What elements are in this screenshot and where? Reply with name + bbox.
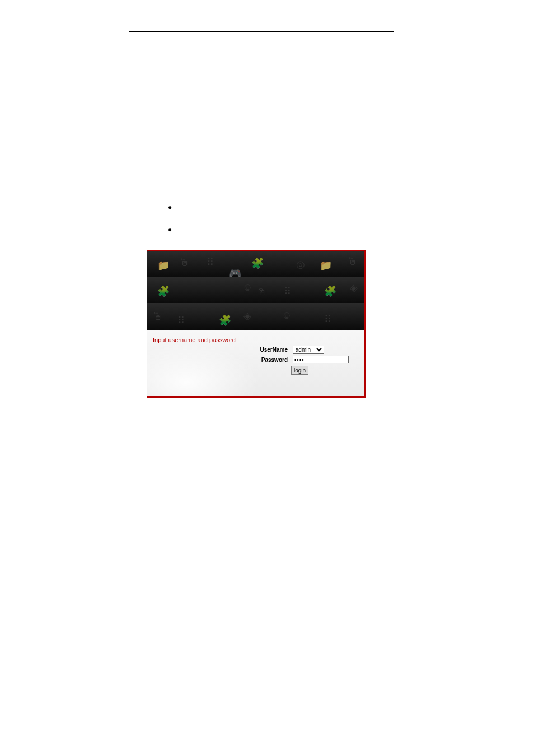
header-dark-area: 📁 🖱 ⠿ 🧩 ◎ 📁 🖱 🎮 🧩 ☺ 🖱 ⠿ 🧩 ◈ EDiMAX NE [147, 251, 364, 330]
login-button[interactable]: login [291, 366, 308, 375]
puzzle-icon: 🧩 [324, 285, 336, 297]
folder-icon: 📁 [320, 259, 332, 272]
dots-icon: ⠿ [284, 285, 291, 297]
page: 📁 🖱 ⠿ 🧩 ◎ 📁 🖱 🎮 🧩 ☺ 🖱 ⠿ 🧩 ◈ EDiMAX NE [0, 0, 534, 756]
dark-band: 🧩 ☺ 🖱 ⠿ 🧩 ◈ EDiMAX NETWORKING PEOPLE TOG… [147, 277, 364, 303]
login-prompt: Input username and password [153, 337, 236, 343]
login-form-area: Input username and password UserName adm… [147, 330, 364, 398]
dots-icon: ⠿ [324, 313, 331, 325]
puzzle-icon: 🧩 [157, 285, 170, 297]
password-row: Password [257, 356, 349, 363]
mouse-icon: 🖱 [348, 256, 358, 268]
list-item [168, 202, 176, 212]
eye-icon: ◎ [296, 258, 305, 270]
mouse-icon: 🖱 [153, 311, 163, 323]
list-item [168, 224, 176, 234]
diamond-icon: ◈ [350, 282, 358, 294]
password-label: Password [257, 357, 288, 363]
folder-icon: 📁 [157, 259, 170, 272]
dots-icon: ⠿ [177, 314, 185, 326]
bullet-list [168, 202, 176, 246]
router-login-screenshot: 📁 🖱 ⠿ 🧩 ◎ 📁 🖱 🎮 🧩 ☺ 🖱 ⠿ 🧩 ◈ EDiMAX NE [147, 250, 366, 398]
dots-icon: ⠿ [207, 256, 214, 268]
username-select[interactable]: admin [293, 346, 324, 354]
username-row: UserName admin [257, 346, 324, 354]
username-label: UserName [257, 347, 288, 353]
puzzle-icon: 🧩 [251, 257, 264, 269]
smile-icon: ☺ [242, 282, 252, 293]
mouse-icon: 🖱 [257, 286, 267, 298]
puzzle-icon: 🧩 [219, 314, 231, 326]
diamond-icon: ◈ [243, 310, 251, 322]
horizontal-rule [129, 31, 394, 32]
dark-band: 🖱 ⠿ 🧩 ◈ ☺ ⠿ [147, 303, 364, 330]
light-glow [147, 343, 259, 398]
smile-icon: ☺ [282, 310, 292, 321]
dark-band: 📁 🖱 ⠿ 🧩 ◎ 📁 🖱 🎮 [147, 251, 364, 277]
mouse-icon: 🖱 [180, 257, 190, 269]
password-input[interactable] [293, 356, 349, 363]
